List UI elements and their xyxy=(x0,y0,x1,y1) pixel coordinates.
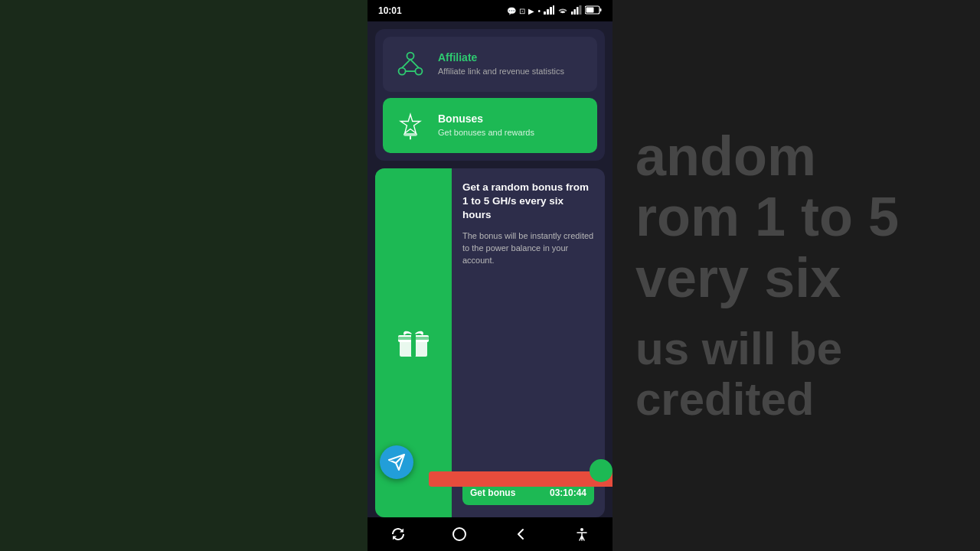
svg-rect-18 xyxy=(403,133,417,136)
svg-rect-6 xyxy=(577,7,579,15)
svg-rect-5 xyxy=(574,9,577,15)
status-icons: 💬 ⊡ ▶ • xyxy=(507,5,602,16)
svg-line-14 xyxy=(402,60,410,68)
affiliate-icon xyxy=(394,47,427,81)
svg-rect-2 xyxy=(550,7,552,15)
svg-marker-17 xyxy=(400,114,420,133)
bonuses-icon xyxy=(394,109,427,142)
bg-text-line2: rom 1 to 5 xyxy=(635,187,957,247)
nav-bar xyxy=(368,517,612,551)
svg-point-12 xyxy=(399,68,406,75)
nav-home-icon[interactable] xyxy=(446,520,473,548)
bg-text-line3: very six xyxy=(635,248,957,308)
svg-rect-0 xyxy=(544,11,546,15)
signal-icon xyxy=(544,5,554,16)
camera-icon: ⊡ xyxy=(519,7,525,15)
phone-content: Affiliate Affiliate link and revenue sta… xyxy=(368,21,612,517)
bottom-red-strip xyxy=(429,471,612,487)
youtube-icon: ▶ xyxy=(528,7,534,15)
gift-icon xyxy=(394,321,433,364)
bonuses-desc: Get bonuses and rewards xyxy=(438,127,534,138)
nav-accessibility-icon[interactable] xyxy=(568,520,596,548)
background-right: andom rom 1 to 5 very six us will be cre… xyxy=(612,0,980,551)
nav-refresh-icon[interactable] xyxy=(384,520,412,548)
bonuses-title: Bonuses xyxy=(438,112,534,125)
signal2-icon xyxy=(571,5,582,16)
bonuses-card[interactable]: Bonuses Get bonuses and rewards xyxy=(383,98,597,153)
status-time: 10:01 xyxy=(378,5,402,16)
get-bonus-label: Get bonus xyxy=(470,487,515,498)
bonus-info-desc: The bonus will be instantly credited to … xyxy=(462,230,594,470)
wifi-icon xyxy=(557,6,568,16)
whatsapp-icon: 💬 xyxy=(507,7,516,15)
svg-point-25 xyxy=(453,528,466,540)
status-bar: 10:01 💬 ⊡ ▶ • xyxy=(368,0,612,21)
svg-rect-10 xyxy=(586,8,594,13)
affiliate-card[interactable]: Affiliate Affiliate link and revenue sta… xyxy=(383,37,597,92)
cards-section: Affiliate Affiliate link and revenue sta… xyxy=(375,29,605,161)
svg-point-13 xyxy=(415,68,422,75)
bonuses-text: Bonuses Get bonuses and rewards xyxy=(438,112,534,138)
dot-icon: • xyxy=(537,7,541,15)
svg-line-15 xyxy=(410,60,419,68)
battery-icon xyxy=(585,5,602,16)
svg-rect-3 xyxy=(553,5,554,15)
svg-rect-9 xyxy=(600,8,602,11)
affiliate-title: Affiliate xyxy=(438,51,564,64)
background-left xyxy=(0,0,368,551)
telegram-button[interactable] xyxy=(380,445,413,479)
bonus-info-title: Get a random bonus from 1 to 5 GH/s ever… xyxy=(462,181,594,223)
bg-text-line1: andom xyxy=(635,126,957,187)
bonus-info-right-panel: Get a random bonus from 1 to 5 GH/s ever… xyxy=(452,168,605,517)
affiliate-text: Affiliate Affiliate link and revenue sta… xyxy=(438,51,564,77)
svg-point-26 xyxy=(580,528,583,531)
bg-text-line5: credited xyxy=(635,374,957,425)
svg-point-24 xyxy=(411,333,416,337)
svg-point-11 xyxy=(407,53,413,60)
bg-text-line4: us will be xyxy=(635,324,957,374)
svg-rect-4 xyxy=(571,11,573,15)
phone-container: 10:01 💬 ⊡ ▶ • xyxy=(368,0,612,551)
affiliate-desc: Affiliate link and revenue statistics xyxy=(438,66,564,77)
bonus-timer: 03:10:44 xyxy=(550,487,586,498)
green-circle-accent xyxy=(590,459,612,482)
svg-rect-1 xyxy=(547,9,549,15)
svg-rect-7 xyxy=(580,5,582,15)
nav-back-icon[interactable] xyxy=(507,520,534,548)
